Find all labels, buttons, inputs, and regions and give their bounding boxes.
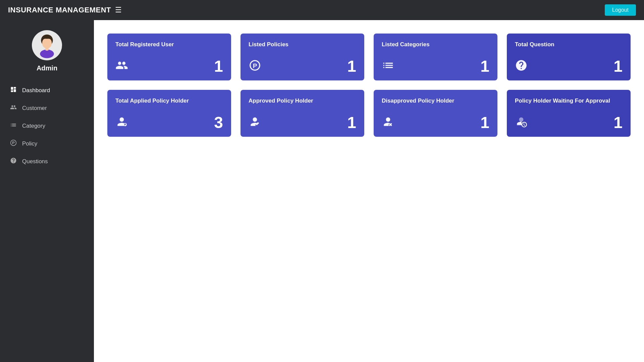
card-title-question: Total Question (515, 41, 623, 48)
card-total-applied[interactable]: Total Applied Policy Holder 3 (107, 90, 231, 137)
topnav-left: INSURANCE MANAGEMENT ☰ (8, 6, 122, 14)
card-bottom-applied: 3 (115, 115, 223, 131)
logout-button[interactable]: Logout (605, 4, 636, 16)
sidebar-item-questions[interactable]: Questions (0, 153, 94, 170)
admin-name: Admin (37, 64, 57, 72)
card-number-applied: 3 (214, 115, 223, 131)
card-number-registered: 1 (214, 58, 223, 74)
stats-row-2: Total Applied Policy Holder 3 Appr (107, 90, 631, 137)
svg-text:P: P (253, 62, 257, 69)
sidebar-label-dashboard: Dashboard (22, 87, 50, 94)
layout: Admin Dashboard Customer (0, 20, 644, 362)
card-total-question[interactable]: Total Question 1 (507, 34, 631, 80)
sidebar-item-category[interactable]: Category (0, 117, 94, 135)
sidebar-label-policy: Policy (22, 140, 37, 147)
list-icon (382, 59, 394, 74)
policy-circle-icon: P (249, 59, 261, 74)
sidebar-item-customer[interactable]: Customer (0, 99, 94, 117)
customer-icon (9, 104, 17, 112)
card-number-question: 1 (613, 58, 623, 74)
avatar (32, 30, 62, 60)
card-bottom-waiting: 1 (515, 115, 623, 131)
card-listed-policies[interactable]: Listed Policies P 1 (240, 34, 364, 80)
sidebar-item-dashboard[interactable]: Dashboard (0, 81, 94, 99)
card-title-approved: Approved Policy Holder (249, 97, 356, 105)
app-title: INSURANCE MANAGEMENT (8, 6, 111, 14)
card-number-policies: 1 (347, 58, 356, 74)
sidebar-label-questions: Questions (22, 158, 48, 165)
card-number-disapproved: 1 (480, 115, 489, 131)
sidebar-item-policy[interactable]: P Policy (0, 135, 94, 153)
topnav: INSURANCE MANAGEMENT ☰ Logout (0, 0, 644, 20)
sidebar-nav: Dashboard Customer Category (0, 81, 94, 170)
policy-icon: P (9, 139, 17, 148)
card-bottom-categories: 1 (382, 58, 489, 74)
svg-text:P: P (12, 140, 15, 145)
user-gear-icon (115, 115, 128, 131)
category-icon (9, 122, 17, 130)
svg-point-1 (42, 38, 52, 49)
main-content: Total Registered User 1 Listed Policies (94, 20, 644, 362)
card-title-policies: Listed Policies (249, 41, 356, 48)
stats-row-1: Total Registered User 1 Listed Policies (107, 34, 631, 80)
card-number-approved: 1 (347, 115, 356, 131)
card-waiting[interactable]: Policy Holder Waiting For Approval 1 (507, 90, 631, 137)
card-bottom-question: 1 (515, 58, 623, 74)
card-title-applied: Total Applied Policy Holder (115, 97, 223, 105)
hamburger-icon[interactable]: ☰ (115, 6, 122, 14)
sidebar-label-category: Category (22, 123, 45, 129)
card-title-registered: Total Registered User (115, 41, 223, 48)
user-check-icon (249, 115, 261, 131)
sidebar: Admin Dashboard Customer (0, 20, 94, 362)
user-clock-icon (515, 115, 528, 131)
card-number-categories: 1 (480, 58, 489, 74)
card-bottom-policies: P 1 (249, 58, 356, 74)
card-bottom-disapproved: 1 (382, 115, 489, 131)
card-bottom-approved: 1 (249, 115, 356, 131)
card-title-disapproved: Disapproved Policy Holder (382, 97, 489, 105)
svg-point-8 (522, 122, 527, 127)
users-icon (115, 59, 128, 74)
card-bottom-registered: 1 (115, 58, 223, 74)
card-disapproved[interactable]: Disapproved Policy Holder 1 (374, 90, 497, 137)
svg-point-2 (40, 50, 54, 58)
card-title-waiting: Policy Holder Waiting For Approval (515, 97, 623, 105)
sidebar-label-customer: Customer (22, 105, 47, 112)
dashboard-icon (9, 86, 17, 95)
card-approved[interactable]: Approved Policy Holder 1 (240, 90, 364, 137)
card-title-categories: Listed Categories (382, 41, 489, 48)
card-number-waiting: 1 (613, 115, 623, 131)
card-total-registered-user[interactable]: Total Registered User 1 (107, 34, 231, 80)
user-x-icon (382, 115, 394, 131)
card-listed-categories[interactable]: Listed Categories 1 (374, 34, 497, 80)
question-icon (515, 59, 528, 74)
svg-rect-3 (45, 47, 49, 51)
questions-icon (9, 157, 17, 166)
